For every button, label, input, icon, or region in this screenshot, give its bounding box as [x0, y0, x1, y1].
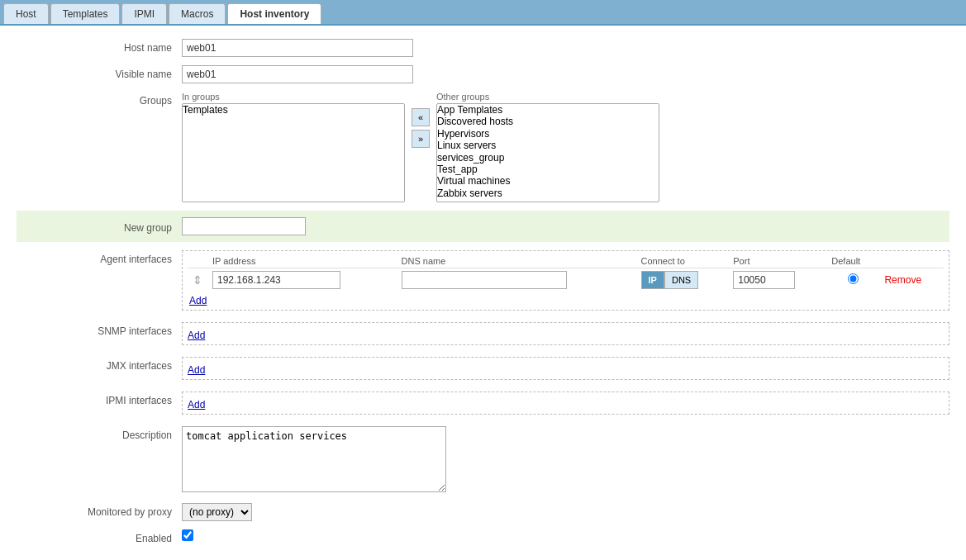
connect-to-header: Connect to — [636, 254, 729, 268]
new-group-label: New group — [17, 219, 182, 234]
jmx-interface-wrap: Add — [182, 357, 949, 380]
port-input[interactable] — [733, 271, 795, 289]
host-name-row: Host name — [17, 39, 949, 57]
other-group-option[interactable]: Linux servers — [437, 140, 659, 151]
connect-buttons: IP DNS — [641, 271, 724, 289]
in-groups-section: In groups Templates — [182, 92, 405, 202]
drag-handle-icon[interactable]: ⇕ — [193, 273, 202, 287]
connect-dns-button[interactable]: DNS — [664, 271, 698, 289]
proxy-select[interactable]: (no proxy) — [182, 503, 252, 521]
tab-host-inventory[interactable]: Host inventory — [227, 3, 321, 24]
description-wrap: tomcat application services — [182, 426, 949, 495]
description-label: Description — [17, 426, 182, 441]
tab-templates[interactable]: Templates — [50, 3, 121, 24]
proxy-wrap: (no proxy) — [182, 503, 949, 521]
proxy-label: Monitored by proxy — [17, 503, 182, 518]
visible-name-input[interactable] — [182, 65, 413, 83]
snmp-add-link[interactable]: Add — [188, 330, 205, 341]
drag-col-header — [188, 254, 207, 268]
ipmi-interfaces-label: IPMI interfaces — [17, 392, 182, 406]
visible-name-label: Visible name — [17, 65, 182, 80]
snmp-interfaces-label: SNMP interfaces — [17, 322, 182, 337]
ipmi-interface-wrap: Add — [182, 392, 949, 415]
enabled-label: Enabled — [17, 529, 182, 544]
description-textarea[interactable]: tomcat application services — [182, 426, 446, 492]
other-group-option[interactable]: services_group — [437, 152, 659, 164]
dns-name-input[interactable] — [402, 271, 567, 289]
visible-name-wrap — [182, 65, 949, 83]
enabled-wrap — [182, 529, 949, 543]
jmx-interfaces-label: JMX interfaces — [17, 357, 182, 372]
groups-row: Groups In groups Templates « » Other gro… — [17, 92, 949, 202]
ip-address-input[interactable] — [212, 271, 340, 289]
snmp-interface-wrap: Add — [182, 322, 949, 345]
other-group-option[interactable]: Virtual machines — [437, 175, 659, 187]
other-groups-label: Other groups — [436, 92, 659, 102]
host-name-input[interactable] — [182, 39, 413, 57]
main-content: Host name Visible name Groups In groups … — [0, 26, 966, 560]
move-right-button[interactable]: » — [412, 130, 430, 148]
action-col-header — [879, 254, 944, 268]
agent-interfaces-row: Agent interfaces IP address DNS name Con… — [17, 250, 949, 314]
other-group-option[interactable]: Hypervisors — [437, 128, 659, 140]
groups-label: Groups — [17, 92, 182, 107]
tab-bar: Host Templates IPMI Macros Host inventor… — [0, 0, 966, 26]
new-group-input[interactable] — [182, 217, 306, 235]
agent-add-wrap: Add — [188, 292, 944, 306]
other-group-option[interactable]: App Templates — [437, 104, 659, 116]
ip-address-header: IP address — [207, 254, 397, 268]
dns-name-header: DNS name — [397, 254, 636, 268]
other-group-option[interactable]: Discovered hosts — [437, 116, 659, 127]
enabled-row: Enabled — [17, 529, 949, 544]
jmx-interfaces-wrap: Add — [182, 357, 949, 383]
in-groups-label: In groups — [182, 92, 405, 102]
visible-name-row: Visible name — [17, 65, 949, 83]
default-radio[interactable] — [848, 273, 859, 284]
tab-host[interactable]: Host — [3, 3, 49, 24]
agent-interfaces-table: IP address DNS name Connect to Port Defa… — [188, 254, 944, 292]
other-groups-section: Other groups App Templates Discovered ho… — [436, 92, 659, 202]
agent-interfaces-label: Agent interfaces — [17, 250, 182, 265]
ipmi-interfaces-row: IPMI interfaces Add — [17, 392, 949, 418]
snmp-interfaces-wrap: Add — [182, 322, 949, 349]
agent-interface-row: ⇕ IP DNS Remove — [188, 268, 944, 292]
agent-interface-wrap: IP address DNS name Connect to Port Defa… — [182, 250, 949, 311]
other-group-option[interactable]: Test_app — [437, 164, 659, 175]
tab-macros[interactable]: Macros — [169, 3, 226, 24]
ipmi-add-link[interactable]: Add — [188, 399, 205, 411]
groups-wrap: In groups Templates « » Other groups App… — [182, 92, 949, 202]
host-name-wrap — [182, 39, 949, 57]
proxy-row: Monitored by proxy (no proxy) — [17, 503, 949, 521]
new-group-wrap — [182, 217, 949, 235]
jmx-interfaces-row: JMX interfaces Add — [17, 357, 949, 383]
agent-interfaces-wrap: IP address DNS name Connect to Port Defa… — [182, 250, 949, 314]
in-groups-list[interactable]: Templates — [182, 103, 405, 202]
other-groups-list[interactable]: App Templates Discovered hosts Hyperviso… — [436, 103, 659, 202]
move-left-button[interactable]: « — [412, 108, 430, 126]
other-group-option[interactable]: Zabbix servers — [437, 187, 659, 199]
connect-ip-button[interactable]: IP — [641, 271, 664, 289]
tab-ipmi[interactable]: IPMI — [121, 3, 167, 24]
port-header: Port — [728, 254, 826, 268]
jmx-add-link[interactable]: Add — [188, 364, 205, 376]
default-header: Default — [826, 254, 879, 268]
new-group-row: New group — [17, 211, 949, 242]
host-name-label: Host name — [17, 39, 182, 54]
groups-container: In groups Templates « » Other groups App… — [182, 92, 949, 202]
description-row: Description tomcat application services — [17, 426, 949, 495]
agent-add-link[interactable]: Add — [189, 295, 207, 306]
snmp-interfaces-row: SNMP interfaces Add — [17, 322, 949, 349]
arrow-buttons: « » — [412, 92, 430, 148]
enabled-checkbox[interactable] — [182, 529, 193, 541]
remove-link[interactable]: Remove — [884, 274, 921, 286]
ipmi-interfaces-wrap: Add — [182, 392, 949, 418]
in-group-option[interactable]: Templates — [183, 104, 404, 116]
